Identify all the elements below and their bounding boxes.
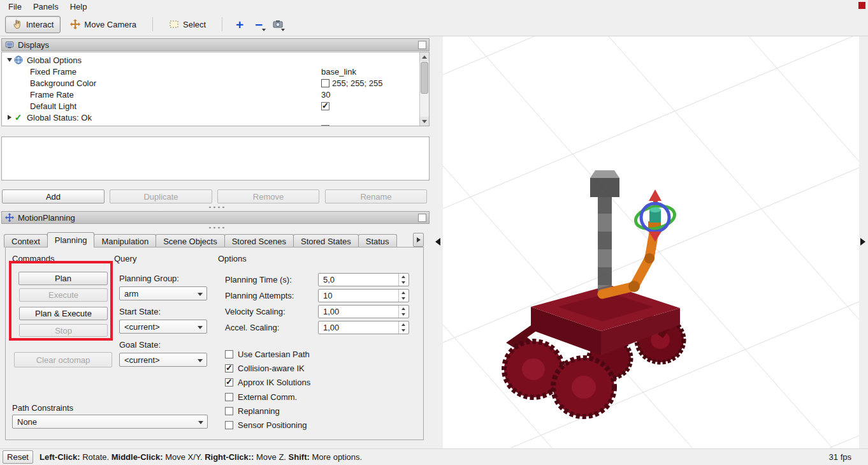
move-camera-tool-label: Move Camera [84,20,136,29]
panel-splitter[interactable] [0,206,431,209]
tree-row-frame-rate[interactable]: Frame Rate 30 [2,89,419,100]
start-state-select[interactable]: <current> [119,320,207,334]
tree-row-background-color[interactable]: Background Color 255; 255; 255 [2,77,419,89]
use-cartesian-path-option[interactable]: Use Cartesian Path [225,349,310,359]
replanning-option[interactable]: Replanning [225,406,280,416]
interact-tool-button[interactable]: Interact [5,16,61,33]
tab-status[interactable]: Status [358,234,397,247]
dock-collapse-right-icon[interactable] [860,238,865,246]
scroll-down-icon[interactable] [420,117,429,126]
dropdown-arrow-icon [262,29,266,31]
approx-ik-solutions-option[interactable]: Approx IK Solutions [225,377,310,387]
render-viewport-3d[interactable] [443,36,859,448]
menu-help[interactable]: Help [64,1,93,13]
stop-button[interactable]: Stop [19,324,108,337]
chevron-down-icon [198,359,203,362]
default-light-checkbox[interactable] [321,102,329,110]
tab-scene-objects[interactable]: Scene Objects [156,234,225,247]
add-tool-button[interactable]: + [231,16,248,33]
expander-right-icon[interactable] [6,115,13,120]
accel-scaling-spinbox[interactable]: 1,00 [318,321,409,334]
tab-scroll-right-button[interactable] [413,233,424,247]
sensor-positioning-checkbox[interactable] [225,421,233,429]
tab-manipulation[interactable]: Manipulation [94,234,156,247]
tab-planning[interactable]: Planning [47,232,95,247]
commands-heading: Commands [12,254,54,263]
menu-panels[interactable]: Panels [27,1,64,13]
collision-aware-ik-checkbox[interactable] [225,364,233,373]
dock-collapse-left-icon[interactable] [435,238,440,246]
clear-octomap-button[interactable]: Clear octomap [14,352,112,367]
remove-tool-button[interactable]: − [250,16,267,33]
tree-row-fixed-frame[interactable]: Fixed Frame base_link [2,66,419,77]
color-swatch[interactable] [321,79,329,87]
tree-scrollbar[interactable] [419,52,429,126]
collision-aware-ik-option[interactable]: Collision-aware IK [225,363,305,373]
panel-float-button[interactable] [418,214,426,222]
interact-tool-label: Interact [26,20,54,29]
sensor-positioning-option[interactable]: Sensor Positioning [225,420,307,430]
velocity-scaling-label: Velocity Scaling: [225,307,286,316]
scrollbar-thumb[interactable] [421,62,428,94]
toolbar-separator [152,17,153,31]
frame-rate-value[interactable]: 30 [321,90,330,100]
plan-button[interactable]: Plan [18,272,108,285]
rviz-window: File Panels Help Interact Move Camera Se… [0,0,868,465]
planning-group-select[interactable]: arm [119,286,207,300]
scroll-up-icon[interactable] [420,52,429,61]
expander-down-icon[interactable] [6,58,13,62]
tree-row-global-status[interactable]: ✓ Global Status: Ok [2,112,419,123]
spinner-arrows-icon[interactable] [398,274,409,286]
external-comm-checkbox[interactable] [225,393,233,401]
mast [590,170,619,292]
approx-ik-solutions-checkbox[interactable] [225,378,233,387]
menu-file[interactable]: File [3,1,27,13]
motionplanning-panel-header[interactable]: MotionPlanning [1,211,430,224]
use-cartesian-path-checkbox[interactable] [225,350,233,358]
rover-robot [504,170,684,417]
spinner-arrows-icon[interactable] [398,306,409,318]
remove-display-button[interactable]: Remove [217,189,319,203]
plan-and-execute-button[interactable]: Plan & Execute [19,307,108,320]
displays-panel-header[interactable]: Displays [1,38,430,51]
screenshot-tool-button[interactable] [270,16,286,33]
duplicate-display-button[interactable]: Duplicate [110,189,212,203]
velocity-scaling-spinbox[interactable]: 1,00 [318,305,409,318]
spinner-arrows-icon[interactable] [398,321,409,334]
interactive-marker [633,189,677,242]
planning-attempts-spinbox[interactable]: 10 [318,289,409,302]
toolbar: Interact Move Camera Select + − [0,13,868,36]
reset-button[interactable]: Reset [3,450,33,464]
execute-button[interactable]: Execute [19,288,108,302]
tree-label: Frame Rate [30,90,74,100]
goal-state-select[interactable]: <current> [119,353,207,367]
add-display-button[interactable]: Add [2,189,105,203]
grid-checkbox[interactable] [321,125,329,127]
tab-context[interactable]: Context [4,234,48,247]
planning-time-spinbox[interactable]: 5,0 [318,273,409,286]
chevron-down-icon [198,421,203,424]
tree-row-grid[interactable]: Grid [2,123,419,126]
replanning-checkbox[interactable] [225,407,233,415]
panel-float-button[interactable] [418,41,426,49]
tab-stored-states[interactable]: Stored States [293,234,359,247]
displays-panel-title: Displays [18,40,49,50]
background-color-value[interactable]: 255; 255; 255 [332,78,383,88]
tree-row-global-options[interactable]: Global Options [2,54,419,66]
move-camera-tool-button[interactable]: Move Camera [63,16,143,33]
planning-time-label: Planning Time (s): [225,275,292,284]
select-tool-button[interactable]: Select [162,16,213,33]
external-comm-option[interactable]: External Comm. [225,392,297,402]
rename-display-button[interactable]: Rename [325,189,427,203]
spinner-arrows-icon[interactable] [398,290,409,302]
panel-splitter[interactable] [0,226,431,229]
fixed-frame-value[interactable]: base_link [321,67,356,77]
path-constraints-select[interactable]: None [12,415,208,429]
tree-label: Fixed Frame [30,67,76,77]
status-ok-check-icon: ✓ [13,113,23,122]
tab-stored-scenes[interactable]: Stored Scenes [224,234,294,247]
tree-row-default-light[interactable]: Default Light [2,100,419,112]
chevron-right-icon [417,237,421,242]
planning-tab-panel: Commands Plan Execute Plan & Execute Sto… [5,247,424,440]
displays-panel-icon [5,41,14,49]
